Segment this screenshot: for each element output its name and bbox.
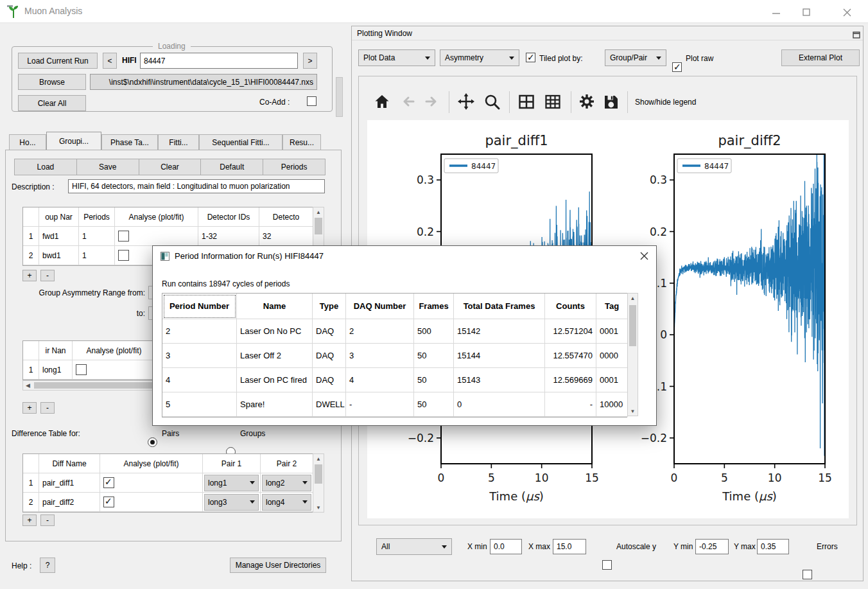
pair2-select[interactable]: long2 — [262, 475, 311, 491]
table-cell: pair_diff1 — [39, 473, 100, 493]
pairs-radio[interactable] — [148, 437, 157, 447]
svg-text:0: 0 — [438, 471, 445, 484]
tab-sequential fitti[interactable]: Sequential Fitti... — [199, 134, 282, 150]
tiled-plot-checkbox[interactable] — [526, 53, 535, 62]
pair-add-button[interactable]: + — [22, 402, 37, 414]
svg-text:0.2: 0.2 — [417, 225, 434, 238]
help-button[interactable]: ? — [40, 558, 55, 573]
pair1-select[interactable]: long3 — [203, 493, 261, 512]
analyse-checkbox[interactable] — [103, 497, 114, 507]
load-current-run-button[interactable]: Load Current Run — [18, 53, 98, 69]
next-run-button[interactable]: > — [303, 53, 317, 69]
save-icon[interactable] — [602, 93, 620, 110]
previous-run-button[interactable]: < — [103, 53, 117, 69]
co-add-checkbox[interactable] — [307, 96, 317, 106]
description-field[interactable]: HIFI, 64 detectors, main field : Longitu… — [68, 179, 325, 193]
back-icon[interactable] — [400, 93, 417, 110]
tab-resu[interactable]: Resu... — [282, 134, 321, 150]
column-header — [23, 207, 39, 227]
table-cell[interactable] — [100, 473, 203, 493]
browse-button[interactable]: Browse — [18, 74, 86, 90]
chevron-down-icon — [509, 57, 514, 60]
left-scrollbar-thumb[interactable] — [336, 77, 343, 117]
analyse-checkbox[interactable] — [118, 250, 129, 261]
period-table-scrollbar[interactable]: ▲▼ — [627, 293, 638, 416]
tile-by-value: Group/Pair — [610, 53, 647, 62]
autoscale-y-checkbox[interactable] — [602, 560, 612, 570]
minimize-button[interactable] — [768, 6, 785, 19]
customize-axes-icon[interactable] — [544, 93, 562, 110]
svg-text:−0.2: −0.2 — [408, 432, 434, 444]
autoscale-y-label: Autoscale y — [616, 542, 656, 551]
group-remove-button[interactable]: - — [40, 270, 55, 281]
home-icon[interactable] — [374, 93, 390, 110]
x-max-field[interactable]: 15.0 — [553, 539, 586, 554]
close-button[interactable] — [838, 6, 855, 19]
diff-add-button[interactable]: + — [22, 514, 37, 526]
errors-label: Errors — [817, 542, 838, 551]
gear-icon[interactable] — [578, 92, 596, 110]
dialog-close-icon[interactable] — [636, 249, 652, 263]
pair2-select[interactable]: long4 — [261, 493, 313, 512]
pair1-select[interactable]: long3 — [204, 494, 259, 511]
table-cell[interactable] — [73, 360, 156, 380]
plot-title: pair_diff1 — [485, 133, 548, 149]
pan-icon[interactable] — [457, 92, 475, 110]
pair2-select[interactable]: long2 — [261, 473, 313, 493]
tab-phase ta[interactable]: Phase Ta... — [101, 134, 158, 150]
float-panel-icon[interactable] — [853, 30, 860, 41]
analyse-checkbox[interactable] — [118, 231, 129, 242]
plot-data-select[interactable]: Plot Data — [358, 49, 435, 66]
external-plot-button[interactable]: External Plot — [781, 49, 860, 66]
tab-ho[interactable]: Ho... — [9, 134, 46, 150]
table-row: 2Laser On No PCDAQ25001514212.5712040001 — [162, 319, 627, 344]
clear-all-button[interactable]: Clear All — [18, 95, 86, 111]
table-cell: 1 — [23, 227, 39, 246]
legend-toggle-button[interactable]: Show/hide legend — [635, 98, 696, 107]
table-cell[interactable] — [100, 493, 203, 512]
difference-table-scrollbar[interactable]: ▲▼ — [313, 453, 324, 513]
table-cell: 2 — [23, 246, 39, 265]
group-add-button[interactable]: + — [22, 270, 37, 281]
tile-by-select[interactable]: Group/Pair — [605, 49, 666, 66]
clear-button[interactable]: Clear — [139, 159, 202, 175]
subplots-icon[interactable] — [517, 93, 535, 110]
maximize-button[interactable] — [798, 6, 815, 19]
window-titlebar — [0, 0, 868, 23]
column-header — [23, 341, 39, 360]
combo-value: long3 — [208, 498, 227, 507]
manage-user-directories-button[interactable]: Manage User Directories — [230, 558, 326, 573]
file-path-field[interactable]: \inst$\ndxhifi\instrument\data\cycle_15_… — [90, 74, 317, 90]
errors-checkbox[interactable] — [803, 570, 812, 579]
periods-button[interactable]: Periods — [263, 159, 326, 175]
pair-remove-button[interactable]: - — [40, 402, 55, 414]
y-max-field[interactable]: 0.35 — [757, 539, 789, 554]
y-min-field[interactable]: -0.25 — [695, 539, 729, 554]
save-button[interactable]: Save — [76, 159, 139, 175]
table-cell: 2 — [346, 319, 414, 344]
table-cell[interactable] — [115, 227, 198, 246]
column-header: Pair 1 — [203, 454, 261, 473]
plot-type-select[interactable]: Asymmetry — [440, 49, 519, 66]
zoom-icon[interactable] — [483, 93, 501, 110]
table-cell: Laser On No PC — [237, 319, 313, 344]
forward-icon[interactable] — [423, 93, 440, 110]
plot-selector[interactable]: All — [376, 538, 452, 555]
pair1-select[interactable]: long1 — [204, 475, 259, 491]
table-cell: 1 — [23, 473, 39, 493]
default-button[interactable]: Default — [200, 159, 263, 175]
analyse-checkbox[interactable] — [76, 364, 87, 375]
pair2-select[interactable]: long4 — [262, 494, 311, 511]
analyse-checkbox[interactable] — [103, 477, 114, 488]
tab-groupi[interactable]: Groupi... — [46, 132, 101, 150]
plot-raw-checkbox[interactable] — [672, 62, 682, 72]
tab-fitti[interactable]: Fitti... — [158, 134, 199, 150]
diff-remove-button[interactable]: - — [40, 514, 55, 526]
run-number-input[interactable]: 84447 — [140, 53, 298, 69]
y-min-label: Y min — [673, 542, 693, 551]
pair1-select[interactable]: long1 — [203, 473, 261, 493]
asym-range-to-label: to: — [12, 309, 145, 318]
column-header: Periods — [79, 207, 115, 227]
x-min-field[interactable]: 0.0 — [490, 539, 522, 554]
load-button[interactable]: Load — [14, 159, 77, 175]
